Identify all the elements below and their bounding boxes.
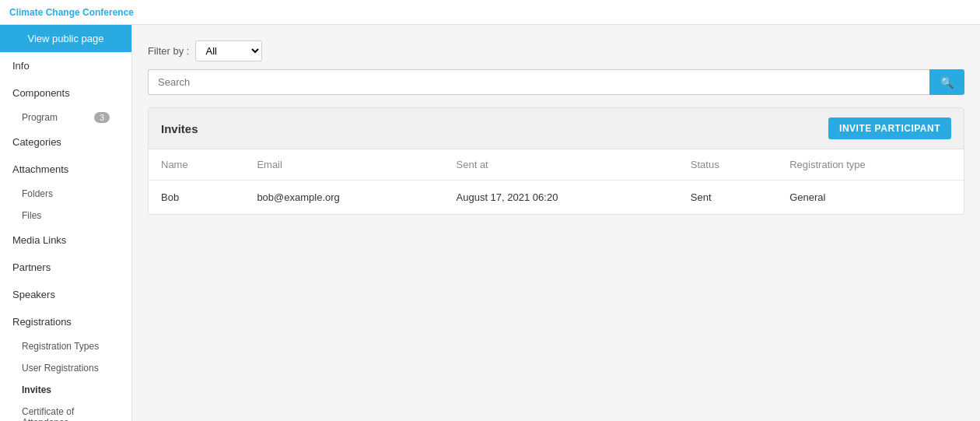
filter-label: Filter by : — [148, 45, 189, 57]
cell-sent-at: August 17, 2021 06:20 — [444, 181, 678, 215]
invite-participant-button[interactable]: Invite participant — [828, 118, 951, 139]
col-registration-type: Registration type — [777, 149, 964, 181]
sidebar-item-info[interactable]: Info — [0, 52, 131, 79]
cell-name: Bob — [149, 181, 244, 215]
layout: View public page Info Components Program… — [0, 25, 980, 421]
sidebar-item-categories[interactable]: Categories — [0, 128, 131, 156]
filter-bar: Filter by : All Sent Pending — [148, 40, 964, 61]
col-name: Name — [149, 149, 244, 181]
sidebar-item-speakers[interactable]: Speakers — [0, 281, 131, 308]
sidebar-item-invites[interactable]: Invites — [0, 379, 131, 401]
cell-email: bob@example.org — [244, 181, 443, 215]
col-status: Status — [678, 149, 777, 181]
sidebar-item-media-links[interactable]: Media Links — [0, 226, 131, 254]
sidebar-item-registration-types[interactable]: Registration Types — [0, 335, 131, 357]
panel-title: Invites — [161, 122, 198, 135]
cell-status: Sent — [678, 181, 777, 215]
cell-registration-type: General — [777, 181, 964, 215]
sidebar-item-folders[interactable]: Folders — [0, 183, 131, 205]
col-email: Email — [244, 149, 443, 181]
filter-select[interactable]: All Sent Pending — [195, 40, 262, 61]
main-content: Filter by : All Sent Pending 🔍 Invites I… — [132, 25, 980, 421]
program-badge: 3 — [94, 112, 110, 123]
sidebar-item-certificate[interactable]: Certificate of Attendance — [0, 401, 131, 421]
sidebar-item-partners[interactable]: Partners — [0, 254, 131, 281]
sidebar-item-user-registrations[interactable]: User Registrations — [0, 357, 131, 379]
top-bar: Climate Change Conference — [0, 0, 980, 25]
table-header-row: Name Email Sent at Status Registration t… — [149, 149, 964, 181]
sidebar-item-components[interactable]: Components — [0, 79, 131, 107]
sidebar-item-attachments[interactable]: Attachments — [0, 156, 131, 183]
panel-header: Invites Invite participant — [149, 108, 964, 149]
search-button[interactable]: 🔍 — [929, 69, 964, 95]
search-bar: 🔍 — [148, 69, 964, 95]
sidebar: View public page Info Components Program… — [0, 25, 132, 421]
invites-panel: Invites Invite participant Name Email Se… — [148, 107, 964, 215]
conference-title: Climate Change Conference — [9, 7, 134, 18]
view-public-page-button[interactable]: View public page — [0, 25, 131, 52]
sidebar-item-files[interactable]: Files — [0, 205, 131, 226]
search-icon: 🔍 — [940, 76, 954, 89]
sidebar-item-program[interactable]: Program 3 — [0, 107, 131, 128]
sidebar-item-registrations[interactable]: Registrations — [0, 308, 131, 335]
col-sent-at: Sent at — [444, 149, 678, 181]
invites-table: Name Email Sent at Status Registration t… — [149, 149, 964, 214]
search-input[interactable] — [148, 69, 929, 95]
table-row: Bob bob@example.org August 17, 2021 06:2… — [149, 181, 964, 215]
